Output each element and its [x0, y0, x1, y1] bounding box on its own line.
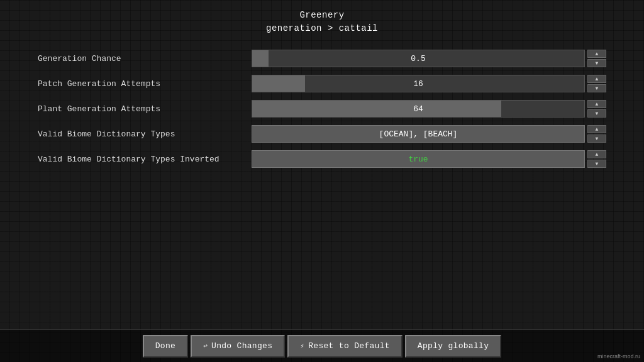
label-plant-generation-attempts: Plant Generation Attempts: [38, 104, 252, 114]
arrows-valid-biome-dictionary-types-inverted: ▲▼: [587, 150, 606, 168]
watermark: minecraft-mod.ru: [597, 353, 640, 359]
reset-icon: ⚡: [300, 342, 304, 350]
up-arrow-valid-biome-dictionary-types-inverted[interactable]: ▲: [587, 150, 606, 158]
label-valid-biome-dictionary-types: Valid Biome Dictionary Types: [38, 129, 252, 139]
reset-to-default-button[interactable]: ⚡ Reset to Default: [287, 335, 402, 358]
input-generation-chance[interactable]: [252, 50, 585, 67]
down-arrow-plant-generation-attempts[interactable]: ▼: [587, 109, 606, 118]
undo-changes-button[interactable]: ↩ Undo Changes: [191, 335, 285, 358]
arrows-valid-biome-dictionary-types: ▲▼: [587, 125, 606, 143]
reset-to-default-label: Reset to Default: [308, 341, 390, 351]
arrows-generation-chance: ▲▼: [587, 50, 606, 67]
setting-row-patch-generation-attempts: Patch Generation Attempts▲▼: [38, 73, 606, 94]
input-patch-generation-attempts[interactable]: [252, 75, 585, 92]
arrows-patch-generation-attempts: ▲▼: [587, 75, 606, 92]
up-arrow-plant-generation-attempts[interactable]: ▲: [587, 100, 606, 108]
settings-panel: Generation Chance▲▼Patch Generation Atte…: [0, 41, 644, 170]
down-arrow-patch-generation-attempts[interactable]: ▼: [587, 84, 606, 92]
down-arrow-valid-biome-dictionary-types[interactable]: ▼: [587, 134, 606, 143]
down-arrow-generation-chance[interactable]: ▼: [587, 59, 606, 67]
up-arrow-generation-chance[interactable]: ▲: [587, 50, 606, 58]
setting-row-valid-biome-dictionary-types: Valid Biome Dictionary Types▲▼: [38, 123, 606, 145]
header: Greenery generation > cattail: [0, 0, 644, 41]
input-plant-generation-attempts[interactable]: [252, 100, 585, 118]
up-arrow-patch-generation-attempts[interactable]: ▲: [587, 75, 606, 83]
label-valid-biome-dictionary-types-inverted: Valid Biome Dictionary Types Inverted: [38, 155, 252, 164]
label-generation-chance: Generation Chance: [38, 54, 252, 63]
apply-globally-button[interactable]: Apply globally: [405, 335, 501, 358]
setting-row-valid-biome-dictionary-types-inverted: Valid Biome Dictionary Types Inverted▲▼: [38, 148, 606, 170]
setting-row-generation-chance: Generation Chance▲▼: [38, 48, 606, 69]
done-button[interactable]: Done: [143, 335, 188, 358]
arrows-plant-generation-attempts: ▲▼: [587, 100, 606, 118]
label-patch-generation-attempts: Patch Generation Attempts: [38, 79, 252, 89]
undo-changes-label: Undo Changes: [211, 341, 272, 351]
footer-bar: Done ↩ Undo Changes ⚡ Reset to Default A…: [0, 329, 644, 362]
app-title: Greenery: [0, 9, 644, 22]
up-arrow-valid-biome-dictionary-types[interactable]: ▲: [587, 125, 606, 133]
input-valid-biome-dictionary-types-inverted[interactable]: [252, 150, 585, 168]
breadcrumb: generation > cattail: [0, 22, 644, 35]
input-valid-biome-dictionary-types[interactable]: [252, 125, 585, 143]
undo-icon: ↩: [203, 342, 208, 350]
setting-row-plant-generation-attempts: Plant Generation Attempts▲▼: [38, 98, 606, 119]
down-arrow-valid-biome-dictionary-types-inverted[interactable]: ▼: [587, 160, 606, 168]
